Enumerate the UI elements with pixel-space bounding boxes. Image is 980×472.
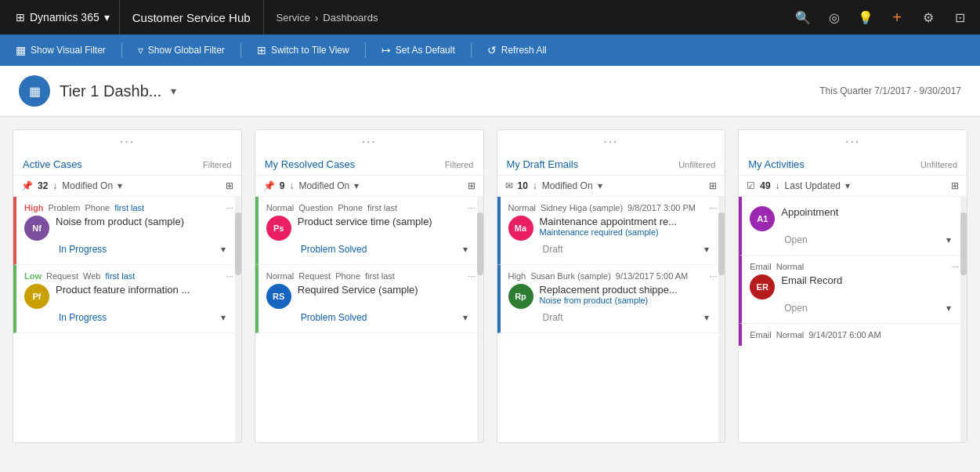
draft-emails-count: 10 xyxy=(518,180,528,191)
email-expand-icon[interactable]: ▾ xyxy=(704,244,709,255)
email-subtitle[interactable]: Maintenance required (sample) xyxy=(540,227,678,237)
case-title[interactable]: Product service time (sample) xyxy=(298,216,476,227)
active-cases-title: Active Cases xyxy=(23,158,82,170)
case-expand-icon[interactable]: ▾ xyxy=(221,312,226,323)
scrollbar-thumb[interactable] xyxy=(477,212,483,275)
scrollbar-thumb[interactable] xyxy=(718,212,725,275)
sort-down-icon[interactable]: ↓ xyxy=(776,180,780,191)
activity-title[interactable]: Appointment xyxy=(781,206,959,218)
case-options-icon[interactable]: ··· xyxy=(468,271,475,281)
breadcrumb-service[interactable]: Service xyxy=(277,12,310,24)
switch-tile-view-button[interactable]: ⊞ Switch to Tile View xyxy=(248,38,359,62)
dashboard-dropdown-chevron[interactable]: ▾ xyxy=(171,85,176,97)
email-body: Ma Maintenance appointment re... Mainten… xyxy=(508,216,718,241)
activity-options-icon[interactable]: ··· xyxy=(952,262,959,271)
user-link[interactable]: first last xyxy=(365,271,395,281)
resolved-expand-icon[interactable]: ▾ xyxy=(463,244,468,255)
sort-chevron-icon[interactable]: ▾ xyxy=(118,180,122,191)
email-title[interactable]: Maintenance appointment re... xyxy=(540,216,678,227)
dynamics-logo: ⊞ xyxy=(16,11,25,24)
sort-chevron-icon[interactable]: ▾ xyxy=(354,180,359,191)
activity-item: A1 Appointment Open ▾ xyxy=(739,197,967,256)
email-options-icon[interactable]: ··· xyxy=(710,271,717,281)
resolved-cases-title: My Resolved Cases xyxy=(265,158,356,170)
sort-chevron-icon[interactable]: ▾ xyxy=(845,180,850,191)
scrollbar-thumb[interactable] xyxy=(960,212,967,275)
draft-emails-title: My Draft Emails xyxy=(507,158,579,170)
active-cases-dots[interactable]: ··· xyxy=(13,130,241,154)
case-options-icon[interactable]: ··· xyxy=(226,271,233,281)
case-options-icon[interactable]: ··· xyxy=(468,203,475,212)
case-title[interactable]: Noise from product (sample) xyxy=(56,216,233,227)
breadcrumb-dashboards[interactable]: Dashboards xyxy=(323,12,378,24)
email-item: Normal Sidney Higa (sample) 9/8/2017 3:0… xyxy=(497,197,725,265)
case-options-icon[interactable]: ··· xyxy=(226,203,233,212)
scrollbar-thumb[interactable] xyxy=(235,212,241,275)
draft-emails-filter: Unfiltered xyxy=(678,160,715,169)
resolved-cases-sort-label[interactable]: Modified On xyxy=(298,180,349,191)
dynamics365-nav[interactable]: ⊞ Dynamics 365 ▾ xyxy=(6,0,120,34)
view-options-icon[interactable]: ⊞ xyxy=(709,180,717,191)
case-title[interactable]: Product feature information ... xyxy=(56,284,233,296)
user-link[interactable]: first last xyxy=(367,203,397,212)
email-options-icon[interactable]: ··· xyxy=(710,203,717,212)
email-icon: ✉ xyxy=(505,180,513,191)
email-expand-icon[interactable]: ▾ xyxy=(704,312,709,323)
sort-down-icon[interactable]: ↓ xyxy=(289,180,294,191)
my-resolved-cases-card: ··· My Resolved Cases Filtered 📌 9 ↓ Mod… xyxy=(255,129,484,443)
settings-icon[interactable]: ⚙ xyxy=(914,3,942,31)
scrollbar-track[interactable] xyxy=(235,197,241,442)
activity-body: A1 Appointment xyxy=(750,206,959,231)
show-visual-filter-button[interactable]: ▦ Show Visual Filter xyxy=(6,38,115,62)
my-activities-sort-label[interactable]: Last Updated xyxy=(785,180,841,191)
activity-expand-icon[interactable]: ▾ xyxy=(946,303,951,314)
refresh-all-button[interactable]: ↺ Refresh All xyxy=(478,38,556,62)
email-title[interactable]: Replacement product shippe... xyxy=(540,284,678,296)
email-status-text: Draft xyxy=(543,244,563,255)
activity-expand-icon[interactable]: ▾ xyxy=(946,234,951,245)
user-link[interactable]: first last xyxy=(105,271,135,281)
scrollbar-track[interactable] xyxy=(718,197,725,442)
sort-down-icon[interactable]: ↓ xyxy=(533,180,537,191)
search-icon[interactable]: 🔍 xyxy=(789,3,817,31)
activity-item: Email Normal 9/14/2017 6:00 AM xyxy=(739,324,967,346)
set-as-default-button[interactable]: ↦ Set As Default xyxy=(372,38,465,62)
my-activities-dots[interactable]: ··· xyxy=(739,130,967,154)
resolved-body: RS Required Service (sample) xyxy=(266,284,476,309)
avatar: A1 xyxy=(750,206,775,231)
sort-chevron-icon[interactable]: ▾ xyxy=(598,180,602,191)
case-status: In Progress ▾ xyxy=(24,241,233,258)
active-cases-sort-label[interactable]: Modified On xyxy=(62,180,113,191)
resolved-cases-dots[interactable]: ··· xyxy=(255,130,483,154)
question-icon[interactable]: ⊡ xyxy=(946,3,974,31)
email-subtitle[interactable]: Noise from product (sample) xyxy=(540,296,678,305)
email-content: Maintenance appointment re... Maintenanc… xyxy=(540,216,678,237)
sender-link[interactable]: Susan Burk (sample) xyxy=(530,271,611,281)
activity-type-label: Email xyxy=(750,262,772,271)
scrollbar-track[interactable] xyxy=(477,197,483,442)
scrollbar-track[interactable] xyxy=(960,197,967,442)
case-title[interactable]: Required Service (sample) xyxy=(298,284,476,296)
show-global-filter-button[interactable]: ▿ Show Global Filter xyxy=(128,38,234,62)
activity-title[interactable]: Email Record xyxy=(781,274,959,286)
activity-meta: Email Normal 9/14/2017 6:00 AM xyxy=(750,330,959,339)
sort-down-icon[interactable]: ↓ xyxy=(52,180,57,191)
email-content: Replacement product shippe... Noise from… xyxy=(540,284,678,305)
activity-body: ER Email Record xyxy=(750,274,959,300)
resolved-expand-icon[interactable]: ▾ xyxy=(463,312,468,323)
view-options-icon[interactable]: ⊞ xyxy=(468,180,476,191)
sender-link[interactable]: Sidney Higa (sample) xyxy=(541,203,623,212)
draft-emails-sort-label[interactable]: Modified On xyxy=(542,180,593,191)
case-expand-icon[interactable]: ▾ xyxy=(221,244,226,255)
status-text: In Progress xyxy=(59,312,107,323)
view-options-icon[interactable]: ⊞ xyxy=(226,180,233,191)
view-options-icon[interactable]: ⊞ xyxy=(951,180,959,191)
dashboard-title-area: ▦ Tier 1 Dashb... ▾ xyxy=(19,75,176,107)
help-icon[interactable]: 💡 xyxy=(852,3,880,31)
recent-icon[interactable]: ◎ xyxy=(820,3,848,31)
case-meta: Low Request Web first last ··· xyxy=(24,271,233,281)
channel-label: Web xyxy=(83,271,100,281)
add-icon[interactable]: + xyxy=(883,3,911,31)
draft-emails-dots[interactable]: ··· xyxy=(497,130,725,154)
user-link[interactable]: first last xyxy=(114,203,144,212)
